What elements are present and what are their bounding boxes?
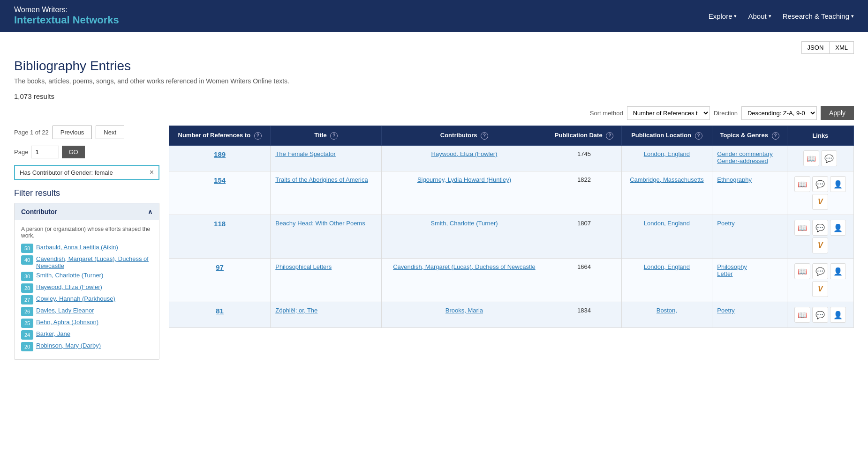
title-link-4[interactable]: Zóphiël; or, The	[275, 307, 317, 314]
title-cell-0: The Female Spectator	[271, 146, 382, 171]
genre-link-0-0[interactable]: Gender commentary	[717, 150, 782, 157]
title-link-0[interactable]: The Female Spectator	[275, 150, 336, 157]
filter-item-2: 30 Smith, Charlotte (Turner)	[21, 272, 152, 281]
contrib-link-0[interactable]: Haywood, Eliza (Fowler)	[431, 150, 498, 157]
col-header-topics: Topics & Genres ?	[712, 126, 787, 146]
genre-link-3-1[interactable]: Letter	[717, 270, 782, 277]
person-link-btn-3[interactable]: 👤	[830, 263, 846, 279]
pagination-row: Page 1 of 22 Previous Next	[14, 126, 159, 139]
refs-help-icon[interactable]: ?	[254, 132, 262, 140]
sort-method-label: Sort method	[590, 110, 623, 117]
filter-count-6: 25	[21, 319, 33, 328]
title-help-icon[interactable]: ?	[330, 132, 338, 140]
filter-link-1[interactable]: Cavendish, Margaret (Lucas), Duchess of …	[36, 255, 152, 269]
filter-link-3[interactable]: Haywood, Eliza (Fowler)	[36, 283, 102, 290]
chat-link-btn-2[interactable]: 💬	[812, 220, 828, 236]
genre-link-1-0[interactable]: Ethnography	[717, 176, 782, 183]
previous-button[interactable]: Previous	[53, 126, 92, 139]
links-cell-2: 📖 💬 👤 V	[787, 215, 853, 259]
pub-location-cell-0: London, England	[621, 146, 712, 171]
page-input[interactable]	[31, 146, 59, 158]
ref-count-link-4[interactable]: 81	[216, 307, 224, 315]
filter-link-6[interactable]: Behn, Aphra (Johnson)	[36, 319, 98, 326]
contributors-cell-4: Brooks, Maria	[382, 302, 547, 328]
filter-link-2[interactable]: Smith, Charlotte (Turner)	[36, 272, 103, 279]
title-cell-1: Traits of the Aborigines of America	[271, 171, 382, 215]
filter-link-4[interactable]: Cowley, Hannah (Parkhouse)	[36, 295, 115, 302]
v-link-btn-1[interactable]: V	[812, 194, 828, 210]
loc-link-2[interactable]: London, England	[644, 220, 690, 227]
title-cell-4: Zóphiël; or, The	[271, 302, 382, 328]
next-button[interactable]: Next	[96, 126, 124, 139]
export-json-button[interactable]: JSON	[801, 41, 830, 54]
sort-method-select[interactable]: Number of References t	[627, 106, 710, 120]
filter-count-0: 58	[21, 244, 33, 253]
v-link-btn-3[interactable]: V	[812, 281, 828, 297]
loc-link-1[interactable]: Cambridge, Massachusetts	[630, 176, 704, 183]
table-row: 189 The Female Spectator Haywood, Eliza …	[169, 146, 854, 171]
book-link-btn-1[interactable]: 📖	[794, 176, 810, 192]
contrib-link-4[interactable]: Brooks, Maria	[445, 307, 483, 314]
ref-count-link-0[interactable]: 189	[214, 150, 226, 158]
genre-link-3-0[interactable]: Philosophy	[717, 263, 782, 270]
title-link-2[interactable]: Beachy Head: With Other Poems	[275, 220, 365, 227]
brand: Women Writers: Intertextual Networks	[14, 6, 119, 26]
person-link-btn-2[interactable]: 👤	[830, 220, 846, 236]
v-link-btn-2[interactable]: V	[812, 238, 828, 253]
ref-count-link-1[interactable]: 154	[214, 176, 226, 184]
ref-count-link-3[interactable]: 97	[216, 263, 224, 271]
contributor-filter-body: A person (or organization) whose efforts…	[15, 220, 159, 359]
chevron-up-icon: ∧	[148, 208, 152, 215]
genre-link-4-0[interactable]: Poetry	[717, 307, 782, 314]
pub-date-help-icon[interactable]: ?	[606, 132, 613, 140]
filter-item-6: 25 Behn, Aphra (Johnson)	[21, 319, 152, 328]
pub-location-help-icon[interactable]: ?	[695, 132, 702, 140]
book-link-btn-0[interactable]: 📖	[803, 150, 819, 166]
page-content: JSON XML Bibliography Entries The books,…	[0, 32, 868, 376]
bibliography-table: Number of References to ? Title ? Contri…	[169, 126, 854, 328]
loc-link-4[interactable]: Boston,	[657, 307, 677, 314]
topics-cell-1: Ethnography	[712, 171, 787, 215]
contributor-filter-header[interactable]: Contributor ∧	[15, 203, 159, 220]
direction-select[interactable]: Descending: Z-A, 9-0	[741, 106, 817, 120]
remove-filter-button[interactable]: ×	[150, 169, 154, 176]
chat-link-btn-4[interactable]: 💬	[812, 307, 828, 323]
nav-about[interactable]: About	[748, 12, 771, 20]
filter-count-8: 20	[21, 342, 33, 351]
pub-location-cell-1: Cambridge, Massachusetts	[621, 171, 712, 215]
filter-link-0[interactable]: Barbauld, Anna Laetitia (Aikin)	[36, 244, 118, 251]
genre-link-2-0[interactable]: Poetry	[717, 220, 782, 227]
filter-link-7[interactable]: Barker, Jane	[36, 330, 70, 337]
title-link-3[interactable]: Philosophical Letters	[275, 263, 332, 270]
contrib-link-3[interactable]: Cavendish, Margaret (Lucas), Duchess of …	[393, 263, 535, 270]
filter-link-8[interactable]: Robinson, Mary (Darby)	[36, 342, 101, 349]
book-link-btn-3[interactable]: 📖	[794, 263, 810, 279]
nav-research-teaching[interactable]: Research & Teaching	[783, 12, 854, 20]
topics-help-icon[interactable]: ?	[772, 132, 779, 140]
loc-link-0[interactable]: London, England	[644, 150, 690, 157]
direction-label: Direction	[714, 110, 738, 117]
book-link-btn-2[interactable]: 📖	[794, 220, 810, 236]
chat-link-btn-3[interactable]: 💬	[812, 263, 828, 279]
chat-link-btn-0[interactable]: 💬	[821, 150, 837, 166]
book-link-btn-4[interactable]: 📖	[794, 307, 810, 323]
go-button[interactable]: GO	[62, 146, 84, 158]
contributors-cell-0: Haywood, Eliza (Fowler)	[382, 146, 547, 171]
nav-explore[interactable]: Explore	[709, 12, 737, 20]
filter-item-5: 26 Davies, Lady Eleanor	[21, 307, 152, 316]
contributors-help-icon[interactable]: ?	[481, 132, 488, 140]
links-cell-1: 📖 💬 👤 V	[787, 171, 853, 215]
apply-button[interactable]: Apply	[821, 106, 854, 120]
person-link-btn-4[interactable]: 👤	[830, 307, 846, 323]
export-xml-button[interactable]: XML	[829, 41, 854, 54]
contrib-link-2[interactable]: Smith, Charlotte (Turner)	[430, 220, 498, 227]
genre-link-0-1[interactable]: Gender-addressed	[717, 157, 782, 164]
chat-link-btn-1[interactable]: 💬	[812, 176, 828, 192]
filter-link-5[interactable]: Davies, Lady Eleanor	[36, 307, 94, 314]
person-link-btn-1[interactable]: 👤	[830, 176, 846, 192]
ref-count-link-2[interactable]: 118	[214, 220, 226, 228]
contrib-link-1[interactable]: Sigourney, Lydia Howard (Huntley)	[417, 176, 511, 183]
loc-link-3[interactable]: London, England	[644, 263, 690, 270]
title-link-1[interactable]: Traits of the Aborigines of America	[275, 176, 368, 183]
contributors-cell-3: Cavendish, Margaret (Lucas), Duchess of …	[382, 259, 547, 302]
